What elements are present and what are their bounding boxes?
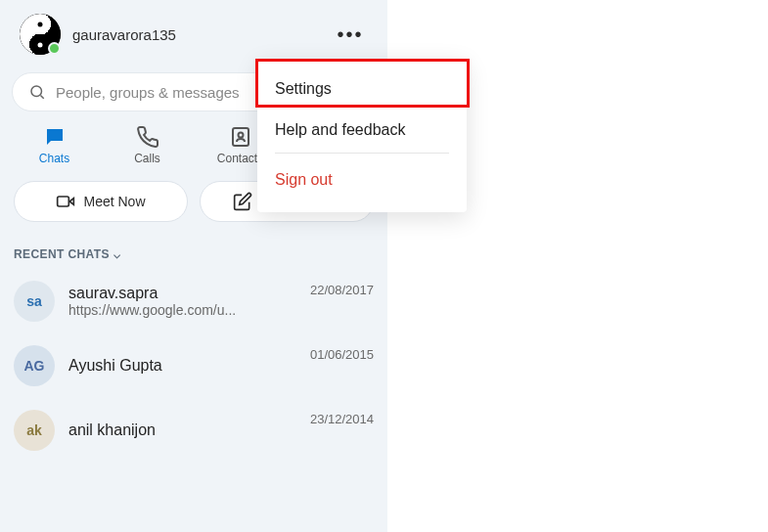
video-icon [56, 192, 75, 211]
recent-chats-header[interactable]: RECENT CHATS ⌵ [0, 230, 387, 269]
chat-time: 22/08/2017 [310, 283, 374, 297]
chat-time: 23/12/2014 [310, 412, 374, 426]
chat-avatar: AG [14, 345, 55, 386]
more-button[interactable]: ••• [331, 15, 370, 54]
tab-chats[interactable]: Chats [11, 125, 99, 165]
search-icon [28, 83, 46, 101]
chat-preview: https://www.google.com/u... [68, 302, 284, 318]
chat-item[interactable]: ak anil khanijon 23/12/2014 [0, 398, 387, 463]
tab-label: Chats [39, 152, 69, 165]
chat-icon [43, 125, 67, 149]
chat-avatar: sa [14, 281, 55, 322]
meet-now-button[interactable]: Meet Now [14, 181, 188, 222]
more-menu: Settings Help and feedback Sign out [257, 59, 467, 212]
tab-calls[interactable]: Calls [104, 125, 192, 165]
phone-icon [136, 125, 159, 149]
username[interactable]: gauravarora135 [72, 26, 319, 43]
svg-point-3 [238, 133, 243, 138]
chat-item[interactable]: sa saurav.sapra https://www.google.com/u… [0, 269, 387, 333]
chat-body: saurav.sapra https://www.google.com/u... [68, 285, 296, 318]
chat-list: sa saurav.sapra https://www.google.com/u… [0, 269, 387, 463]
chat-body: anil khanijon [68, 421, 296, 439]
svg-line-1 [40, 95, 43, 98]
menu-help[interactable]: Help and feedback [257, 110, 467, 151]
chevron-down-icon: ⌵ [113, 247, 120, 261]
svg-point-0 [31, 86, 42, 97]
chat-avatar: ak [14, 410, 55, 451]
chat-name: anil khanijon [68, 421, 296, 439]
svg-marker-5 [70, 199, 74, 205]
menu-divider [275, 153, 449, 154]
avatar[interactable] [20, 14, 61, 55]
chat-item[interactable]: AG Ayushi Gupta 01/06/2015 [0, 333, 387, 398]
section-label: RECENT CHATS [14, 247, 110, 261]
svg-rect-4 [58, 197, 69, 206]
menu-settings[interactable]: Settings [257, 68, 467, 110]
compose-icon [233, 192, 252, 211]
chat-time: 01/06/2015 [310, 347, 374, 362]
menu-signout[interactable]: Sign out [257, 159, 467, 200]
presence-indicator [48, 42, 61, 55]
chat-name: saurav.sapra [68, 285, 296, 302]
tab-label: Calls [134, 152, 160, 165]
contacts-icon [229, 125, 252, 149]
chat-body: Ayushi Gupta [68, 357, 296, 375]
button-label: Meet Now [83, 194, 145, 209]
chat-name: Ayushi Gupta [68, 357, 296, 375]
more-icon: ••• [337, 23, 363, 46]
